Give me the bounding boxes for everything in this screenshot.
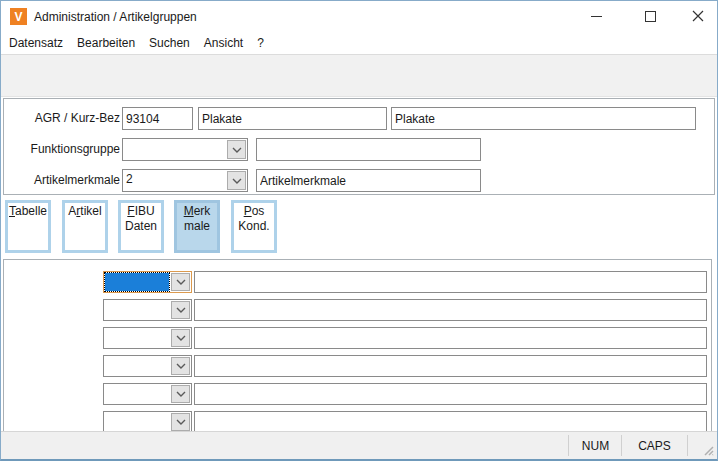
- title-bar: V Administration / Artikelgruppen: [1, 1, 717, 32]
- resize-grip-icon[interactable]: [700, 442, 716, 458]
- merkmal-text-field-2[interactable]: [194, 299, 707, 321]
- merkmal-combobox-5[interactable]: [103, 383, 192, 405]
- close-icon: [692, 10, 704, 22]
- tab-artikel[interactable]: Artikel: [62, 200, 108, 253]
- merkmale-panel: [3, 259, 712, 431]
- funktionsgruppe-text-field[interactable]: [256, 138, 481, 161]
- agr-short-name-field[interactable]: [198, 107, 387, 130]
- merkmal-dropdown-button-4[interactable]: [171, 357, 190, 375]
- num-lock-indicator: NUM: [568, 435, 622, 456]
- menu-bearbeiten[interactable]: Bearbeiten: [70, 33, 142, 53]
- chevron-down-icon: [176, 419, 186, 425]
- toolbar: [1, 55, 717, 97]
- merkmal-combobox-6[interactable]: [103, 411, 192, 431]
- menu-help[interactable]: ?: [250, 33, 271, 53]
- merkmal-text-field-6[interactable]: [194, 411, 707, 431]
- funktionsgruppe-dropdown-button[interactable]: [227, 140, 246, 159]
- maximize-button[interactable]: [634, 3, 666, 29]
- funktionsgruppe-label: Funktionsgruppe: [10, 142, 120, 156]
- merkmal-combobox-2[interactable]: [103, 299, 192, 321]
- merkmal-text-field-3[interactable]: [194, 327, 707, 349]
- merkmal-combobox-3[interactable]: [103, 327, 192, 349]
- merkmal-text-field-1[interactable]: [194, 271, 707, 293]
- merkmal-combobox-1-value: [105, 273, 169, 291]
- chevron-down-icon: [232, 147, 242, 153]
- menu-suchen[interactable]: Suchen: [142, 33, 197, 53]
- agr-code-field[interactable]: [122, 107, 193, 130]
- chevron-down-icon: [176, 363, 186, 369]
- tab-label-line2: Daten: [121, 219, 161, 234]
- app-window: V Administration / Artikelgruppen Datens…: [0, 0, 718, 461]
- funktionsgruppe-combobox-value: [123, 139, 226, 160]
- maximize-icon: [645, 11, 656, 22]
- status-bar: NUM CAPS: [1, 431, 717, 459]
- merkmal-dropdown-button-1[interactable]: [171, 273, 190, 291]
- window-title: Administration / Artikelgruppen: [34, 10, 197, 24]
- agr-label: AGR / Kurz-Bez: [10, 111, 120, 125]
- menu-datensatz[interactable]: Datensatz: [2, 33, 70, 53]
- merkmal-combobox-4[interactable]: [103, 355, 192, 377]
- minimize-button[interactable]: [580, 3, 612, 29]
- artikelmerkmale-label: Artikelmerkmale: [10, 173, 120, 187]
- chevron-down-icon: [176, 335, 186, 341]
- merkmal-combobox-3-value: [104, 328, 170, 348]
- tab-label-line2: male: [177, 219, 217, 234]
- artikelmerkmale-text-field[interactable]: [256, 169, 481, 192]
- app-icon: V: [10, 8, 27, 25]
- artikelmerkmale-dropdown-button[interactable]: [227, 171, 246, 190]
- tab-fibu-daten[interactable]: FIBU Daten: [118, 200, 164, 253]
- tab-merkmale[interactable]: Merk male: [174, 200, 220, 253]
- tab-label: Pos: [234, 204, 274, 219]
- merkmal-combobox-6-value: [104, 412, 170, 431]
- chevron-down-icon: [176, 391, 186, 397]
- menu-bar: Datensatz Bearbeiten Suchen Ansicht ?: [1, 32, 717, 55]
- merkmal-combobox-4-value: [104, 356, 170, 376]
- close-button[interactable]: [682, 3, 714, 29]
- funktionsgruppe-combobox[interactable]: [122, 138, 248, 161]
- chevron-down-icon: [176, 279, 186, 285]
- artikelmerkmale-combobox-value: 2: [123, 170, 226, 191]
- merkmal-combobox-5-value: [104, 384, 170, 404]
- tab-label: Tabelle: [8, 204, 48, 219]
- tab-label: FIBU: [121, 204, 161, 219]
- tab-label: Artikel: [65, 204, 105, 219]
- merkmal-dropdown-button-5[interactable]: [171, 385, 190, 403]
- caps-lock-indicator: CAPS: [621, 435, 688, 456]
- merkmal-text-field-5[interactable]: [194, 383, 707, 405]
- tab-label-line2: Kond.: [234, 219, 274, 234]
- chevron-down-icon: [176, 307, 186, 313]
- tab-tabelle[interactable]: Tabelle: [5, 200, 51, 253]
- chevron-down-icon: [232, 178, 242, 184]
- menu-ansicht[interactable]: Ansicht: [197, 33, 250, 53]
- tab-label: Merk: [177, 204, 217, 219]
- header-form: AGR / Kurz-Bez Funktionsgruppe Artikelme…: [3, 98, 715, 195]
- tab-pos-kond[interactable]: Pos Kond.: [231, 200, 277, 253]
- merkmal-dropdown-button-2[interactable]: [171, 301, 190, 319]
- minimize-icon: [591, 16, 602, 17]
- artikelmerkmale-combobox[interactable]: 2: [122, 169, 248, 192]
- merkmal-combobox-1[interactable]: [103, 271, 192, 293]
- agr-name-field[interactable]: [391, 107, 696, 130]
- merkmal-dropdown-button-6[interactable]: [171, 413, 190, 431]
- merkmal-text-field-4[interactable]: [194, 355, 707, 377]
- merkmal-dropdown-button-3[interactable]: [171, 329, 190, 347]
- merkmal-combobox-2-value: [104, 300, 170, 320]
